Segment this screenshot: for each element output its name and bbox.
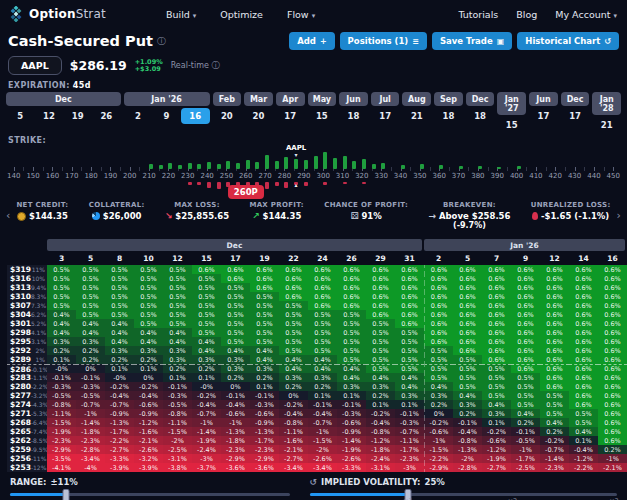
pl-cell[interactable]: 0.6% <box>453 292 482 301</box>
pl-cell[interactable]: -0.7% <box>105 400 134 409</box>
strike-ruler[interactable]: 1401501601701801902002102202302402502602… <box>6 145 621 197</box>
pl-cell[interactable]: 0.5% <box>192 301 221 310</box>
pl-cell[interactable]: 0.2% <box>134 355 163 364</box>
pl-cell[interactable]: -2.6% <box>337 454 366 463</box>
pl-cell[interactable]: 0.6% <box>569 274 598 283</box>
pl-cell[interactable]: -1.4% <box>192 427 221 436</box>
pl-cell[interactable]: 0.6% <box>598 337 627 346</box>
pl-cell[interactable]: 0.5% <box>424 364 453 373</box>
pl-cell[interactable]: -0.3% <box>395 418 424 427</box>
month-tab-sep[interactable]: Sep <box>434 92 463 106</box>
pl-cell[interactable]: -0.4% <box>569 445 598 454</box>
pl-cell[interactable]: 0.2% <box>598 445 627 454</box>
pl-cell[interactable]: -2.7% <box>482 463 511 472</box>
pl-cell[interactable]: 0.5% <box>540 400 569 409</box>
pl-cell[interactable]: 0.5% <box>308 319 337 328</box>
pl-cell[interactable]: 0.2% <box>511 418 540 427</box>
pl-cell[interactable]: 0.6% <box>250 283 279 292</box>
pl-cell[interactable]: -1.5% <box>47 418 76 427</box>
pl-cell[interactable]: -2.2% <box>569 463 598 472</box>
month-tab-apr[interactable]: Apr <box>276 92 305 106</box>
matrix-day-column[interactable]: 12 <box>540 252 569 265</box>
strike-row-label[interactable]: $259-9.5% <box>7 445 47 454</box>
pl-cell[interactable]: 0.6% <box>279 274 308 283</box>
pl-cell[interactable]: 0.6% <box>511 319 540 328</box>
pl-cell[interactable]: 0.5% <box>221 319 250 328</box>
pl-cell[interactable]: -1.9% <box>337 445 366 454</box>
pl-cell[interactable]: 0.5% <box>76 283 105 292</box>
pl-cell[interactable]: 0.5% <box>279 310 308 319</box>
pl-cell[interactable]: 0.5% <box>308 346 337 355</box>
pl-cell[interactable]: -1.8% <box>76 427 105 436</box>
pl-cell[interactable]: 0.6% <box>453 283 482 292</box>
pl-cell[interactable]: 0.4% <box>337 364 366 373</box>
matrix-day-column[interactable]: 26 <box>337 252 366 265</box>
pl-cell[interactable]: 0.5% <box>221 292 250 301</box>
pl-cell[interactable]: 0.6% <box>366 301 395 310</box>
pl-cell[interactable]: 0.6% <box>598 265 627 274</box>
pl-cell[interactable]: 0.5% <box>366 355 395 364</box>
pl-cell[interactable]: 0.5% <box>395 364 424 373</box>
pl-cell[interactable]: 0.6% <box>598 328 627 337</box>
pl-cell[interactable]: 0.6% <box>395 265 424 274</box>
pl-cell[interactable]: 0.3% <box>250 364 279 373</box>
pl-cell[interactable]: 0.5% <box>47 292 76 301</box>
pl-cell[interactable]: 0.5% <box>337 319 366 328</box>
pl-cell[interactable]: 0.6% <box>569 292 598 301</box>
pl-cell[interactable]: -1.7% <box>395 445 424 454</box>
pl-cell[interactable]: 0.3% <box>105 346 134 355</box>
pl-cell[interactable]: 0.3% <box>308 373 337 382</box>
pl-cell[interactable]: 0.3% <box>134 346 163 355</box>
pl-cell[interactable]: 0.5% <box>163 283 192 292</box>
pl-cell[interactable]: -0.2% <box>105 382 134 391</box>
pl-cell[interactable]: 0.6% <box>540 346 569 355</box>
pl-cell[interactable]: 0.4% <box>279 355 308 364</box>
pl-cell[interactable]: -0.6% <box>134 400 163 409</box>
pl-cell[interactable]: 0.3% <box>221 364 250 373</box>
pl-cell[interactable]: 0.1% <box>250 382 279 391</box>
pl-cell[interactable]: -1.7% <box>250 436 279 445</box>
pl-cell[interactable]: -1.4% <box>337 436 366 445</box>
pl-cell[interactable]: 0.5% <box>163 301 192 310</box>
save-trade-button[interactable]: Save Trade ▣ <box>432 32 512 50</box>
pl-cell[interactable]: 0.5% <box>511 391 540 400</box>
pl-cell[interactable]: 0.6% <box>511 265 540 274</box>
pl-cell[interactable]: -2.6% <box>308 454 337 463</box>
pl-cell[interactable]: 0.6% <box>424 283 453 292</box>
pl-cell[interactable]: 0.5% <box>424 355 453 364</box>
pl-cell[interactable]: 0.6% <box>598 274 627 283</box>
pl-cell[interactable]: 0.5% <box>105 265 134 274</box>
pl-cell[interactable]: -2.4% <box>192 445 221 454</box>
strike-row-label[interactable]: $277-3.2% <box>7 391 47 400</box>
pl-cell[interactable]: 0.5% <box>105 292 134 301</box>
pl-cell[interactable]: -0.5% <box>511 436 540 445</box>
pl-cell[interactable]: 0.6% <box>482 337 511 346</box>
pl-cell[interactable]: 0.1% <box>105 364 134 373</box>
pl-cell[interactable]: -3.9% <box>134 463 163 472</box>
pl-cell[interactable]: 0.5% <box>395 346 424 355</box>
pl-cell[interactable]: 0.4% <box>47 310 76 319</box>
pl-cell[interactable]: -1.2% <box>134 418 163 427</box>
expiration-date-17[interactable]: 17 <box>276 108 305 124</box>
pl-cell[interactable]: 0% <box>76 364 105 373</box>
pl-cell[interactable]: 0.6% <box>569 301 598 310</box>
pl-cell[interactable]: 0.4% <box>76 328 105 337</box>
pl-cell[interactable]: 0.6% <box>453 301 482 310</box>
strike-row-label[interactable]: $2891% <box>7 355 47 364</box>
strike-row-label[interactable]: $274-4.3% <box>7 400 47 409</box>
pl-cell[interactable]: 0.1% <box>395 400 424 409</box>
pl-cell[interactable]: 0.6% <box>308 292 337 301</box>
pl-cell[interactable]: -1.8% <box>221 436 250 445</box>
pl-cell[interactable]: -0.5% <box>47 391 76 400</box>
pl-cell[interactable]: -1.4% <box>76 418 105 427</box>
pl-cell[interactable]: 0.5% <box>47 301 76 310</box>
pl-cell[interactable]: 0.6% <box>540 382 569 391</box>
pl-cell[interactable]: -3.6% <box>221 463 250 472</box>
expiration-date-16-selected[interactable]: 16 <box>181 108 210 124</box>
pl-cell[interactable]: -0.7% <box>540 445 569 454</box>
pl-cell[interactable]: -0.2% <box>366 409 395 418</box>
pl-cell[interactable]: 0.6% <box>511 364 540 373</box>
pl-cell[interactable]: 0.5% <box>337 355 366 364</box>
pl-cell[interactable]: -0.3% <box>163 391 192 400</box>
pl-cell[interactable]: 0.5% <box>134 301 163 310</box>
